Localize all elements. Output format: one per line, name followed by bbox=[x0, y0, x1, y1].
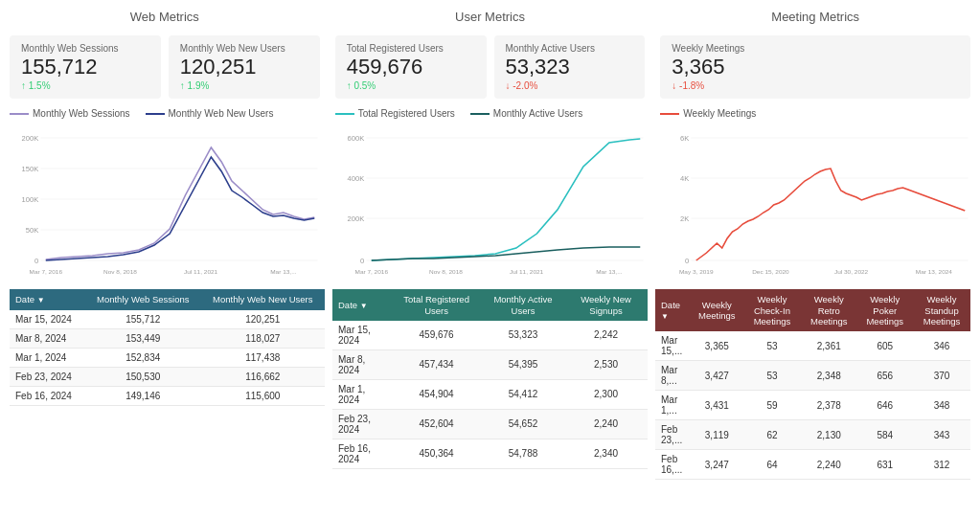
svg-text:Nov 8, 2018: Nov 8, 2018 bbox=[103, 268, 137, 275]
web-legend-sessions-label: Monthly Web Sessions bbox=[33, 108, 130, 119]
table-row: Mar 1, 2024152,834117,438 bbox=[10, 348, 325, 367]
web-table-body: Mar 15, 2024155,712120,251Mar 8, 2024153… bbox=[10, 310, 325, 406]
table-cell: 3,431 bbox=[691, 391, 743, 420]
user-chart-area: 600K 400K 200K 0 Mar 7, 2016 Nov 8, 2018… bbox=[335, 128, 646, 282]
table-cell: 2,240 bbox=[564, 409, 648, 439]
table-cell: 53 bbox=[743, 331, 801, 361]
web-sessions-change: ↑ 1.5% bbox=[21, 80, 149, 91]
table-cell: 54,788 bbox=[482, 439, 564, 468]
svg-text:150K: 150K bbox=[22, 165, 39, 173]
table-cell: 2,340 bbox=[564, 439, 648, 468]
web-table-header-row: Date ▼ Monthly Web Sessions Monthly Web … bbox=[10, 289, 325, 310]
table-cell: 115,600 bbox=[201, 386, 325, 405]
tables-row: Date ▼ Monthly Web Sessions Monthly Web … bbox=[10, 289, 970, 480]
table-cell: Mar 8,... bbox=[655, 361, 691, 391]
table-cell: 117,438 bbox=[201, 348, 325, 367]
web-metric-cards: Monthly Web Sessions 155,712 ↑ 1.5% Mont… bbox=[10, 35, 320, 99]
table-cell: 2,361 bbox=[801, 331, 856, 361]
weekly-meetings-change: ↓ -1.8% bbox=[672, 80, 959, 91]
table-cell: 120,251 bbox=[201, 310, 325, 329]
web-sessions-value: 155,712 bbox=[21, 56, 149, 79]
user-legend-active: Monthly Active Users bbox=[470, 108, 582, 119]
table-cell: Mar 1, 2024 bbox=[10, 348, 85, 367]
meeting-col-poker: Weekly Poker Meetings bbox=[856, 289, 913, 331]
web-new-users-change: ↑ 1.9% bbox=[180, 80, 308, 91]
web-col-sessions: Monthly Web Sessions bbox=[85, 289, 201, 310]
total-users-label: Total Registered Users bbox=[347, 43, 475, 54]
table-row: Feb 23, 2024150,530116,662 bbox=[10, 367, 325, 386]
svg-text:6K: 6K bbox=[680, 134, 689, 143]
svg-text:0: 0 bbox=[360, 257, 364, 265]
date-sort-icon[interactable]: ▼ bbox=[37, 296, 45, 304]
table-cell: 3,365 bbox=[691, 331, 743, 361]
web-sessions-card: Monthly Web Sessions 155,712 ↑ 1.5% bbox=[10, 35, 161, 99]
table-row: Feb 23,...3,119622,130584343 bbox=[655, 420, 970, 450]
table-cell: Feb 23, 2024 bbox=[332, 409, 391, 439]
table-cell: 118,027 bbox=[201, 328, 325, 348]
table-row: Mar 15, 2024459,67653,3232,242 bbox=[332, 321, 648, 350]
web-col-new-users: Monthly Web New Users bbox=[201, 289, 325, 310]
user-legend-total-label: Total Registered Users bbox=[358, 108, 455, 119]
meeting-metric-cards: Weekly Meetings 3,365 ↓ -1.8% bbox=[660, 35, 970, 99]
table-cell: 2,240 bbox=[801, 450, 856, 480]
charts-row: Web Metrics Monthly Web Sessions 155,712… bbox=[10, 10, 970, 282]
web-legend-sessions: Monthly Web Sessions bbox=[10, 108, 130, 119]
user-panel-title: User Metrics bbox=[335, 10, 646, 24]
table-row: Feb 16, 2024450,36454,7882,340 bbox=[332, 439, 648, 468]
svg-text:100K: 100K bbox=[22, 195, 39, 204]
table-cell: 457,434 bbox=[391, 349, 482, 379]
table-row: Feb 16, 2024149,146115,600 bbox=[10, 386, 325, 405]
active-users-label: Monthly Active Users bbox=[506, 43, 634, 54]
meeting-legend-weekly: Weekly Meetings bbox=[660, 108, 756, 119]
dashboard: Web Metrics Monthly Web Sessions 155,712… bbox=[0, 0, 980, 518]
svg-text:400K: 400K bbox=[347, 174, 364, 183]
web-table-wrap: Date ▼ Monthly Web Sessions Monthly Web … bbox=[10, 289, 325, 480]
user-table: Date ▼ Total Registered Users Monthly Ac… bbox=[332, 289, 648, 469]
meeting-legend-weekly-line bbox=[660, 113, 679, 115]
user-chart-svg: 600K 400K 200K 0 Mar 7, 2016 Nov 8, 2018… bbox=[335, 128, 646, 282]
user-date-sort-icon[interactable]: ▼ bbox=[360, 302, 368, 310]
table-row: Mar 8, 2024153,449118,027 bbox=[10, 328, 325, 348]
meeting-legend-weekly-label: Weekly Meetings bbox=[683, 108, 756, 119]
web-legend-new-users: Monthly Web New Users bbox=[146, 108, 274, 119]
table-cell: 59 bbox=[743, 391, 801, 420]
table-cell: Mar 8, 2024 bbox=[332, 349, 391, 379]
table-cell: Mar 15, 2024 bbox=[10, 310, 85, 329]
table-cell: 62 bbox=[743, 420, 801, 450]
svg-text:Jul 11, 2021: Jul 11, 2021 bbox=[184, 268, 218, 275]
meeting-col-date: Date ▼ bbox=[655, 289, 691, 331]
table-cell: 2,348 bbox=[801, 361, 856, 391]
table-cell: 2,300 bbox=[564, 379, 648, 409]
table-cell: 343 bbox=[913, 420, 970, 450]
user-legend-total-line bbox=[335, 113, 354, 115]
user-metric-cards: Total Registered Users 459,676 ↑ 0.5% Mo… bbox=[335, 35, 646, 99]
web-chart-area: 200K 150K 100K 50K 0 Mar 7, 2016 Nov 8, … bbox=[10, 128, 320, 282]
meeting-col-checkin: Weekly Check-In Meetings bbox=[743, 289, 801, 331]
table-row: Feb 16,...3,247642,240631312 bbox=[655, 450, 970, 480]
web-chart-legend: Monthly Web Sessions Monthly Web New Use… bbox=[10, 106, 320, 121]
table-cell: 53,323 bbox=[482, 321, 564, 350]
table-cell: Mar 15, 2024 bbox=[332, 321, 391, 350]
table-cell: 348 bbox=[913, 391, 970, 420]
svg-text:Dec 15, 2020: Dec 15, 2020 bbox=[753, 268, 790, 275]
table-cell: 2,530 bbox=[564, 349, 648, 379]
table-cell: 370 bbox=[913, 361, 970, 391]
table-cell: 53 bbox=[743, 361, 801, 391]
web-sessions-label: Monthly Web Sessions bbox=[21, 43, 149, 54]
total-users-change: ↑ 0.5% bbox=[347, 80, 475, 91]
svg-text:Nov 8, 2018: Nov 8, 2018 bbox=[429, 268, 463, 275]
table-cell: 452,604 bbox=[391, 409, 482, 439]
table-row: Mar 15, 2024155,712120,251 bbox=[10, 310, 325, 329]
meeting-date-sort-icon[interactable]: ▼ bbox=[661, 312, 669, 321]
svg-text:200K: 200K bbox=[347, 214, 364, 223]
active-users-card: Monthly Active Users 53,323 ↓ -2.0% bbox=[494, 35, 646, 99]
table-cell: 149,146 bbox=[85, 386, 201, 405]
table-cell: Feb 16,... bbox=[655, 450, 691, 480]
total-users-card: Total Registered Users 459,676 ↑ 0.5% bbox=[335, 35, 487, 99]
meeting-col-standup: Weekly Standup Meetings bbox=[913, 289, 970, 331]
table-cell: 646 bbox=[856, 391, 913, 420]
user-legend-total: Total Registered Users bbox=[335, 108, 455, 119]
table-cell: 3,247 bbox=[691, 450, 743, 480]
table-row: Mar 8,...3,427532,348656370 bbox=[655, 361, 970, 391]
svg-text:Jul 11, 2021: Jul 11, 2021 bbox=[510, 268, 544, 275]
